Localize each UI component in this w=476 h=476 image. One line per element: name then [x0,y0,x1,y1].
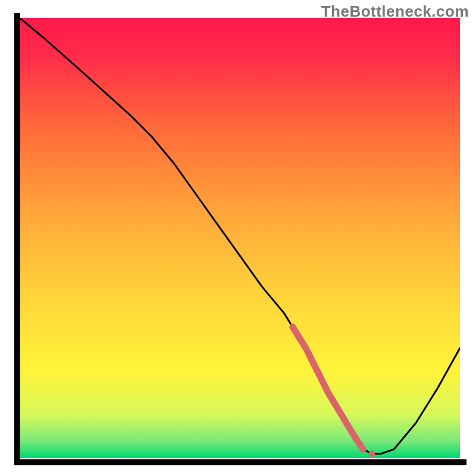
chart-container: TheBottleneck.com [0,0,476,476]
svg-rect-1 [14,13,20,465]
svg-rect-2 [14,459,466,465]
watermark-text: TheBottleneck.com [321,2,469,21]
heat-gradient-bg [20,18,460,458]
highlight-dot [369,450,375,457]
bottleneck-chart [0,0,476,476]
